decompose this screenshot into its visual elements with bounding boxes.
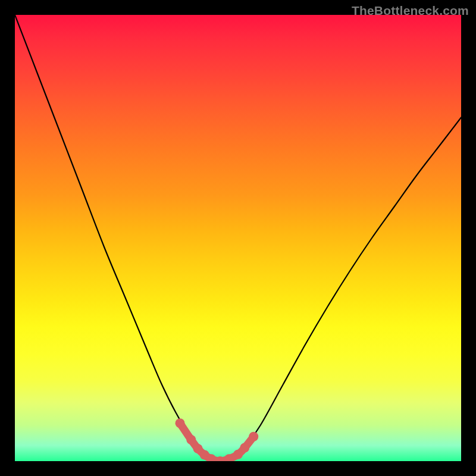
bottleneck-chart xyxy=(15,15,461,461)
highlight-dot xyxy=(249,432,258,441)
highlight-dot xyxy=(186,435,196,444)
plot-area xyxy=(15,15,461,461)
highlight-dot xyxy=(240,443,249,453)
highlight-dot xyxy=(176,418,185,428)
highlight-dots xyxy=(176,418,259,461)
chart-frame: TheBottleneck.com xyxy=(0,0,476,476)
bottleneck-curve xyxy=(15,15,461,461)
